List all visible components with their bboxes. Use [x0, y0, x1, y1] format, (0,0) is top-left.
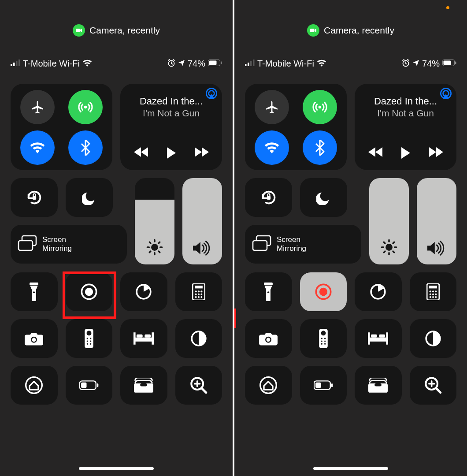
status-bar: T-Mobile Wi-Fi 74%: [245, 59, 456, 69]
forward-button[interactable]: [429, 147, 443, 160]
bluetooth-button[interactable]: [68, 130, 103, 165]
dark-mode-button[interactable]: [410, 319, 457, 358]
camera-button[interactable]: [245, 319, 292, 358]
calculator-button[interactable]: [410, 272, 457, 311]
magnifier-button[interactable]: [175, 366, 222, 405]
cellular-data-button[interactable]: [303, 90, 337, 124]
svg-rect-95: [429, 286, 437, 288]
brightness-slider[interactable]: [369, 178, 409, 264]
connectivity-tile[interactable]: [11, 84, 112, 170]
low-power-mode-button[interactable]: [66, 366, 113, 405]
svg-point-46: [86, 340, 88, 342]
now-playing-tile[interactable]: Dazed In the... I'm Not a Gun: [120, 84, 222, 170]
airplane-mode-button[interactable]: [20, 90, 55, 124]
home-button[interactable]: [245, 366, 292, 405]
screen-recording-button[interactable]: [300, 272, 347, 311]
svg-line-88: [393, 242, 394, 243]
wallet-button[interactable]: [355, 366, 402, 405]
brightness-icon: [135, 239, 174, 256]
phone-right: Camera, recently T-Mobile Wi-Fi 74%: [233, 0, 467, 476]
privacy-indicator[interactable]: Camera, recently: [234, 24, 467, 37]
wifi-button[interactable]: [255, 130, 289, 165]
bluetooth-button[interactable]: [303, 130, 337, 165]
svg-point-25: [33, 291, 35, 293]
brightness-slider[interactable]: [135, 178, 174, 264]
camera-button[interactable]: [11, 319, 58, 358]
alarm-icon: [402, 59, 410, 69]
calculator-button[interactable]: [175, 272, 222, 311]
media-artist: I'm Not a Gun: [355, 108, 456, 119]
dark-mode-button[interactable]: [175, 319, 222, 358]
svg-point-48: [86, 343, 88, 345]
play-button[interactable]: [167, 147, 176, 160]
svg-point-110: [324, 338, 326, 339]
volume-icon: [417, 241, 456, 256]
flashlight-button[interactable]: [11, 272, 58, 311]
svg-point-15: [151, 244, 158, 251]
svg-point-9: [84, 106, 87, 109]
svg-point-90: [267, 291, 269, 293]
svg-point-97: [432, 290, 434, 292]
svg-point-92: [319, 288, 327, 296]
battery-icon: [442, 60, 456, 68]
brightness-icon: [369, 239, 409, 256]
svg-point-102: [429, 296, 431, 298]
privacy-label: Camera, recently: [324, 25, 394, 36]
home-button[interactable]: [11, 366, 58, 405]
svg-point-27: [85, 288, 93, 296]
do-not-disturb-button[interactable]: [300, 178, 347, 217]
svg-rect-73: [455, 62, 456, 64]
volume-icon: [182, 241, 222, 256]
timer-button[interactable]: [355, 272, 402, 311]
screen-mirroring-button[interactable]: Screen Mirroring: [11, 225, 127, 264]
orientation-lock-button[interactable]: [11, 178, 58, 217]
wallet-button[interactable]: [120, 366, 167, 405]
volume-slider[interactable]: [417, 178, 456, 264]
svg-point-80: [385, 244, 393, 251]
screen-recording-button[interactable]: [66, 272, 113, 311]
airplane-mode-button[interactable]: [255, 90, 289, 124]
svg-rect-118: [371, 335, 377, 338]
forward-button[interactable]: [195, 147, 209, 160]
apple-tv-remote-button[interactable]: [66, 319, 113, 358]
svg-rect-7: [209, 61, 217, 65]
svg-point-39: [200, 296, 202, 298]
media-title: Dazed In the...: [355, 96, 456, 107]
magnifier-button[interactable]: [410, 366, 457, 405]
cellular-data-button[interactable]: [68, 90, 103, 124]
home-indicator[interactable]: [79, 467, 154, 470]
orientation-lock-button[interactable]: [245, 178, 292, 217]
svg-point-112: [324, 340, 326, 342]
apple-tv-remote-button[interactable]: [300, 319, 347, 358]
screen-mirroring-button[interactable]: Screen Mirroring: [245, 225, 361, 264]
svg-rect-54: [145, 335, 151, 338]
wifi-button[interactable]: [20, 130, 55, 165]
home-indicator[interactable]: [313, 467, 388, 470]
play-button[interactable]: [401, 147, 411, 160]
carrier-name: T-Mobile Wi-Fi: [23, 59, 80, 69]
rewind-button[interactable]: [368, 147, 382, 160]
privacy-indicator[interactable]: Camera, recently: [0, 24, 233, 37]
svg-line-85: [384, 242, 385, 243]
low-power-mode-button[interactable]: [300, 366, 347, 405]
svg-line-21: [159, 251, 160, 253]
sleep-button[interactable]: [355, 319, 402, 358]
svg-rect-58: [81, 383, 86, 388]
do-not-disturb-button[interactable]: [66, 178, 113, 217]
svg-point-36: [200, 294, 202, 295]
svg-point-32: [198, 290, 200, 292]
privacy-label: Camera, recently: [89, 25, 160, 36]
volume-slider[interactable]: [182, 178, 222, 264]
connectivity-tile[interactable]: [245, 84, 347, 170]
rewind-button[interactable]: [134, 147, 148, 160]
svg-rect-24: [30, 283, 38, 285]
flashlight-button[interactable]: [245, 272, 292, 311]
carrier-name: T-Mobile Wi-Fi: [257, 59, 314, 69]
sleep-button[interactable]: [120, 319, 167, 358]
timer-button[interactable]: [120, 272, 167, 311]
svg-point-101: [435, 294, 437, 295]
svg-line-127: [436, 388, 440, 393]
now-playing-tile[interactable]: Dazed In the... I'm Not a Gun: [355, 84, 456, 170]
location-icon: [178, 60, 185, 68]
battery-percent: 74%: [188, 59, 205, 69]
